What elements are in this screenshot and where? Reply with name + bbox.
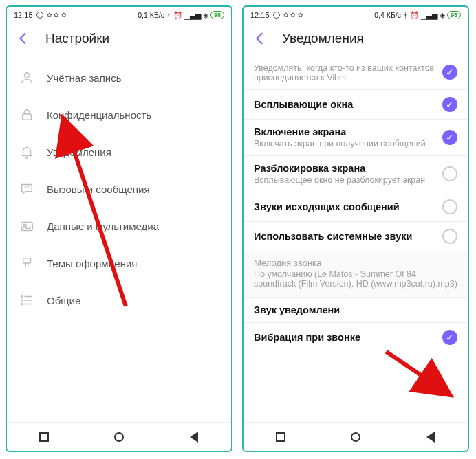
nav-back-button[interactable] bbox=[424, 431, 437, 443]
toggle-radio[interactable]: ✓ bbox=[442, 65, 457, 80]
setting-title: Разблокировка экрана bbox=[254, 163, 435, 174]
toggle-radio[interactable] bbox=[442, 229, 457, 244]
menu-item-chat[interactable]: Вызовы и сообщения bbox=[7, 170, 231, 208]
setting-row[interactable]: Вибрация при звонке✓ bbox=[244, 322, 468, 352]
setting-row[interactable]: Звук уведомлени bbox=[244, 297, 468, 322]
setting-subtitle: Уведомлять, когда кто-то из ваших контак… bbox=[254, 63, 435, 82]
setting-subtitle: Включать экран при получении сообщений bbox=[254, 139, 435, 148]
setting-row[interactable]: Уведомлять, когда кто-то из ваших контак… bbox=[244, 55, 468, 89]
alarm-icon: ⏰ bbox=[173, 11, 182, 20]
menu-item-label: Учётная запись bbox=[47, 72, 122, 84]
list-icon bbox=[19, 293, 34, 308]
menu-item-brush[interactable]: Темы оформления bbox=[7, 245, 231, 282]
photo-icon bbox=[19, 219, 34, 234]
svg-point-0 bbox=[36, 12, 43, 19]
menu-item-user[interactable]: Учётная запись bbox=[7, 59, 231, 96]
android-navbar bbox=[7, 422, 231, 451]
setting-title: Использовать системные звуки bbox=[254, 231, 435, 242]
menu-item-label: Темы оформления bbox=[47, 258, 137, 269]
gear-icons: ✿ ✿ ✿ bbox=[47, 12, 67, 19]
status-time: 12:15 bbox=[14, 11, 33, 19]
status-battery: 98 bbox=[447, 11, 461, 19]
svg-rect-5 bbox=[23, 258, 31, 263]
nav-recent-button[interactable] bbox=[38, 431, 50, 443]
status-time: 12:15 bbox=[250, 11, 270, 19]
svg-point-6 bbox=[21, 296, 23, 298]
menu-item-label: Конфиденциальность bbox=[47, 109, 151, 121]
bell-icon bbox=[19, 144, 34, 159]
status-battery: 98 bbox=[210, 11, 224, 19]
android-navbar bbox=[244, 422, 468, 451]
menu-item-bell[interactable]: Уведомления bbox=[7, 133, 231, 170]
signal-icon: ▁▃▅ bbox=[184, 11, 201, 19]
appbar: Настройки bbox=[7, 22, 231, 55]
whatsapp-icon bbox=[272, 11, 281, 19]
status-data: 0,1 КБ/с bbox=[138, 11, 164, 19]
menu-item-photo[interactable]: Данные и мультимедиа bbox=[7, 208, 231, 245]
toggle-radio[interactable]: ✓ bbox=[442, 330, 457, 345]
svg-point-1 bbox=[24, 73, 29, 78]
toggle-radio[interactable] bbox=[442, 199, 457, 214]
setting-title: Всплывающие окна bbox=[254, 99, 435, 110]
svg-point-8 bbox=[21, 304, 23, 305]
statusbar: 12:15 ✿ ✿ ✿ 0,1 КБ/с ᚼ ⏰ ▁▃▅ ◈ 98 bbox=[7, 7, 231, 22]
menu-item-label: Общие bbox=[47, 295, 80, 306]
ringtone-value: По умолчанию (Le Matos - Summer Of 84 so… bbox=[254, 269, 457, 289]
svg-point-7 bbox=[21, 300, 23, 301]
nav-back-button[interactable] bbox=[188, 431, 200, 443]
back-button[interactable] bbox=[252, 30, 268, 47]
setting-title: Включение экрана bbox=[254, 126, 435, 137]
user-icon bbox=[19, 70, 34, 85]
ringtone-caption: Мелодия звонка bbox=[254, 258, 457, 268]
bluetooth-icon: ᚼ bbox=[166, 11, 171, 19]
alarm-icon: ⏰ bbox=[410, 11, 419, 20]
setting-subtitle: Всплывающее окно не разблокирует экран bbox=[254, 175, 435, 185]
back-button[interactable] bbox=[15, 30, 32, 47]
appbar: Уведомления bbox=[244, 22, 468, 55]
setting-row[interactable]: Использовать системные звуки bbox=[244, 221, 468, 251]
setting-row[interactable]: Звуки исходящих сообщений bbox=[244, 192, 468, 221]
ringtone-section[interactable]: Мелодия звонкаПо умолчанию (Le Matos - S… bbox=[244, 251, 468, 297]
menu-item-label: Вызовы и сообщения bbox=[47, 183, 150, 195]
page-title: Настройки bbox=[45, 31, 109, 46]
phone-right: 12:15 ✿ ✿ ✿ 0,4 КБ/с ᚼ ⏰ ▁▃▅ ◈ 98 Уведом… bbox=[242, 5, 469, 452]
lock-icon bbox=[19, 107, 34, 122]
chat-icon bbox=[19, 181, 34, 197]
wifi-icon: ◈ bbox=[440, 11, 445, 19]
menu-item-list[interactable]: Общие bbox=[7, 282, 231, 319]
nav-recent-button[interactable] bbox=[274, 431, 287, 443]
phone-left: 12:15 ✿ ✿ ✿ 0,1 КБ/с ᚼ ⏰ ▁▃▅ ◈ 98 Настро… bbox=[6, 5, 232, 452]
setting-title: Вибрация при звонке bbox=[254, 332, 435, 343]
setting-row[interactable]: Разблокировка экранаВсплывающее окно не … bbox=[244, 155, 468, 192]
settings-content: Учётная записьКонфиденциальностьУведомле… bbox=[7, 55, 231, 422]
page-title: Уведомления bbox=[282, 31, 364, 46]
menu-item-label: Данные и мультимедиа bbox=[47, 221, 159, 232]
menu-item-label: Уведомления bbox=[47, 146, 111, 158]
notifications-content: Уведомлять, когда кто-то из ваших контак… bbox=[244, 55, 468, 422]
nav-home-button[interactable] bbox=[349, 431, 362, 443]
menu-item-lock[interactable]: Конфиденциальность bbox=[7, 96, 231, 133]
svg-point-9 bbox=[273, 12, 279, 19]
svg-rect-3 bbox=[21, 223, 33, 231]
whatsapp-icon bbox=[36, 11, 44, 19]
signal-icon: ▁▃▅ bbox=[421, 11, 437, 19]
svg-rect-2 bbox=[23, 114, 32, 120]
brush-icon bbox=[19, 256, 34, 271]
toggle-radio[interactable]: ✓ bbox=[442, 97, 457, 112]
setting-row[interactable]: Включение экранаВключать экран при получ… bbox=[244, 119, 468, 155]
toggle-radio[interactable] bbox=[442, 166, 457, 181]
setting-row[interactable]: Всплывающие окна✓ bbox=[244, 89, 468, 119]
setting-title: Звук уведомлени bbox=[254, 304, 457, 315]
setting-title: Звуки исходящих сообщений bbox=[254, 201, 435, 212]
gear-icons: ✿ ✿ ✿ bbox=[283, 12, 303, 19]
bluetooth-icon: ᚼ bbox=[403, 11, 408, 19]
nav-home-button[interactable] bbox=[113, 431, 125, 443]
statusbar: 12:15 ✿ ✿ ✿ 0,4 КБ/с ᚼ ⏰ ▁▃▅ ◈ 98 bbox=[244, 7, 468, 22]
status-data: 0,4 КБ/с bbox=[374, 11, 401, 19]
toggle-radio[interactable]: ✓ bbox=[442, 130, 457, 145]
wifi-icon: ◈ bbox=[203, 11, 208, 19]
